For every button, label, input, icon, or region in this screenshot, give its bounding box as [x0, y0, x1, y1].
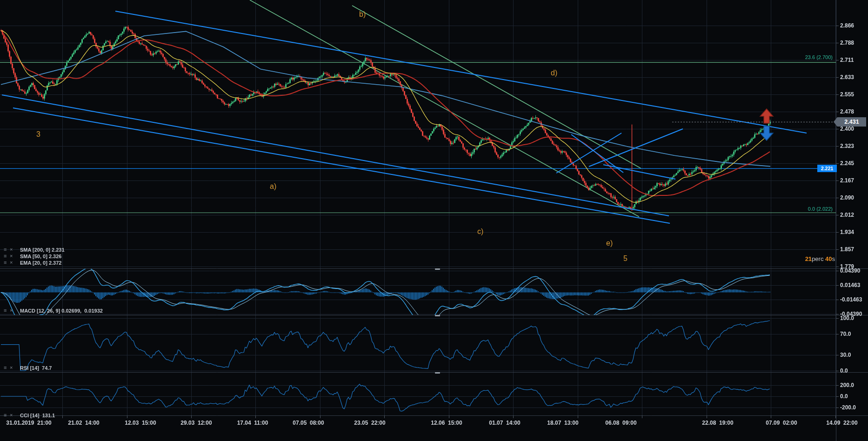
settings-icon[interactable]: ≡: [4, 253, 10, 259]
time-axis-label: 17.04 11:00: [237, 420, 268, 426]
time-axis-label: 21.02 14:00: [68, 420, 99, 426]
current-price-tag: 2.431: [837, 117, 866, 127]
legend-sma50-label: SMA [50, 0] 2.326: [20, 254, 61, 259]
settings-icon[interactable]: ≡: [4, 365, 10, 371]
countdown-percent: 21: [805, 255, 812, 262]
pane-resize-handle[interactable]: [435, 315, 440, 316]
countdown-seconds: 40: [825, 255, 832, 262]
settings-icon[interactable]: ≡: [4, 260, 10, 266]
close-icon[interactable]: ×: [10, 365, 16, 371]
cci-axis-label: 0.0: [840, 393, 848, 400]
settings-icon[interactable]: ≡: [4, 307, 10, 314]
price-axis-label: 1.857: [840, 246, 854, 253]
settings-icon[interactable]: ≡: [4, 412, 10, 418]
legend-ema20: ≡ × EMA [20, 0] 2.372: [4, 260, 61, 266]
annotation-a[interactable]: a): [270, 182, 276, 191]
legend-macd: ≡ × MACD [12, 26, 9] 0.02699, 0.01932: [4, 307, 103, 314]
price-axis-label: 2.245: [840, 160, 854, 167]
trade-arrows: [757, 108, 776, 141]
time-axis-label: 23.05 22:00: [354, 420, 385, 426]
chart-canvas[interactable]: [0, 0, 868, 441]
time-axis-label: 12.06 15:00: [431, 420, 462, 426]
legend-rsi-label: RSI [14] 74.7: [20, 365, 52, 371]
time-axis-label: 07.05 08:00: [293, 420, 324, 426]
price-axis-label: 2.012: [840, 212, 854, 218]
time-axis-label: 07.09 02:00: [766, 420, 797, 426]
macd-axis-label: 0.04390: [840, 267, 860, 274]
fib-0-label[interactable]: 0.0 (2.022): [808, 206, 833, 212]
annotation-b[interactable]: b): [359, 10, 366, 19]
close-icon[interactable]: ×: [10, 253, 16, 259]
cci-axis-label: 200.0: [840, 382, 854, 388]
price-axis-label: 2.788: [840, 40, 854, 46]
rsi-axis-label: 70.0: [840, 331, 851, 337]
cci-axis-label: -200.0: [840, 404, 856, 411]
up-arrow-icon: [760, 109, 773, 123]
settings-icon[interactable]: ≡: [4, 247, 10, 253]
legend-rsi: ≡ × RSI [14] 74.7: [4, 365, 52, 371]
pane-resize-handle[interactable]: [435, 372, 440, 374]
close-icon[interactable]: ×: [10, 412, 16, 418]
legend-macd-label: MACD [12, 26, 9] 0.02699, 0.01932: [20, 308, 103, 314]
fib-236-label[interactable]: 23.6 (2.700): [805, 54, 833, 60]
legend-sma50: ≡ × SMA [50, 0] 2.326: [4, 253, 61, 259]
time-axis-label: 22.08 19:00: [702, 420, 733, 426]
macd-axis-label: 0.01463: [840, 282, 860, 288]
time-axis-label: 29.03 12:00: [180, 420, 212, 426]
price-axis-label: 2.555: [840, 91, 854, 98]
price-axis-label: 2.711: [840, 57, 854, 63]
price-axis-label: 1.934: [840, 229, 854, 235]
pane-resize-handle[interactable]: [435, 268, 440, 270]
rsi-axis-label: 0.0: [840, 368, 848, 374]
alert-price-tag[interactable]: 2.221: [817, 165, 837, 172]
legend-sma200: ≡ × SMA [200, 0] 2.231: [4, 247, 65, 253]
legend-cci: ≡ × CCI [14] 131.1: [4, 412, 55, 418]
rsi-axis-label: 30.0: [840, 352, 851, 358]
price-axis-label: 2.090: [840, 194, 854, 201]
candle-countdown: 21perc 40s: [805, 255, 835, 262]
rsi-axis-label: 100.0: [840, 315, 854, 321]
price-axis-label: 2.167: [840, 177, 854, 184]
legend-cci-label: CCI [14] 131.1: [20, 413, 55, 418]
time-axis-label: 12.03 15:00: [125, 420, 156, 426]
time-axis-label: 06.08 09:00: [605, 420, 636, 426]
price-axis-label: 2.866: [840, 22, 854, 29]
annotation-d[interactable]: d): [551, 69, 557, 77]
time-axis-label: 14.09 22:00: [826, 420, 857, 426]
legend-sma200-label: SMA [200, 0] 2.231: [20, 247, 65, 253]
price-axis-label: 2.323: [840, 143, 854, 149]
annotation-e[interactable]: e): [606, 239, 613, 247]
countdown-seconds-unit: s: [832, 255, 835, 262]
close-icon[interactable]: ×: [10, 307, 16, 314]
legend-ema20-label: EMA [20, 0] 2.372: [20, 260, 61, 266]
close-icon[interactable]: ×: [10, 260, 16, 266]
time-axis-label: 01.07 14:00: [489, 420, 520, 426]
annotation-c[interactable]: c): [477, 227, 483, 236]
down-arrow-icon: [760, 126, 773, 140]
annotation-3[interactable]: 3: [36, 130, 40, 139]
macd-axis-label: -0.01463: [840, 296, 862, 303]
price-axis-label: 2.478: [840, 108, 854, 115]
close-icon[interactable]: ×: [10, 247, 16, 253]
time-axis-label: 18.07 13:00: [547, 420, 578, 426]
price-axis-label: 2.633: [840, 74, 854, 80]
annotation-5[interactable]: 5: [623, 254, 628, 263]
time-axis-label: 31.01.2019 21:00: [6, 420, 51, 426]
countdown-percent-unit: perc: [812, 255, 823, 262]
chart-stage: NATGAS CMD H1 ≡ × SMA [200, 0] 2.231 ≡ ×…: [0, 0, 868, 441]
